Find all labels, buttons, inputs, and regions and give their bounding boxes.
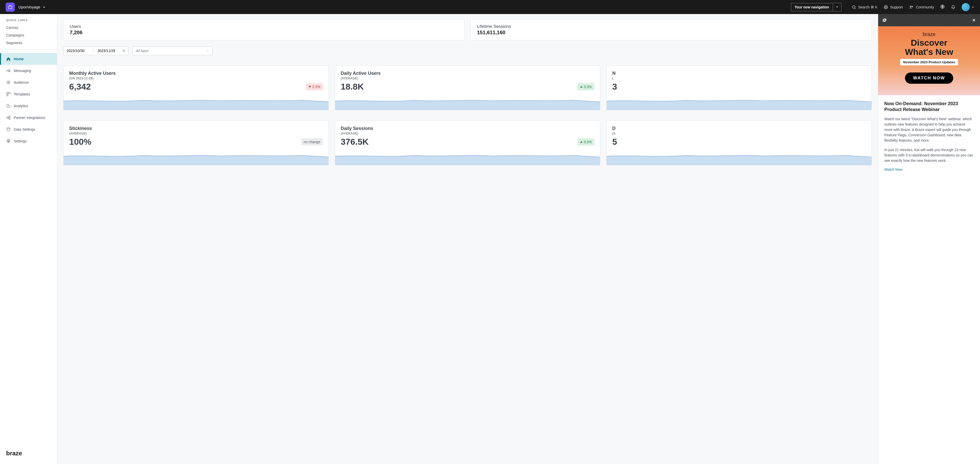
sparkline (335, 150, 600, 165)
stat-card-lifetime-sessions: Lifetime Sessions 151,611,160 (471, 19, 872, 40)
svg-point-15 (7, 128, 10, 129)
svg-point-2 (884, 5, 888, 9)
sidebar-divider (0, 50, 57, 50)
chevron-down-icon (971, 6, 974, 9)
date-to-input[interactable] (97, 49, 119, 53)
svg-point-8 (7, 81, 10, 84)
panel-title: Now On-Demand: November 2023 Product Rel… (884, 101, 974, 113)
nav-home[interactable]: Home (0, 53, 57, 65)
promo-headline: Discover What's New (905, 38, 953, 56)
svg-point-4 (910, 6, 912, 7)
metric-value: 18.8K (341, 82, 364, 92)
news-panel: braze Discover What's New November 2023 … (878, 14, 980, 464)
metric-card: Daily Sessions(AVERAGE)376.5K3.3% (335, 121, 600, 165)
workspace-name: UponVoyage (18, 5, 40, 9)
svg-rect-9 (6, 92, 8, 94)
quick-link-segments[interactable]: Segments (0, 39, 57, 47)
svg-rect-11 (6, 95, 8, 96)
nav-data-settings[interactable]: Data Settings (0, 124, 57, 135)
stat-label: Lifetime Sessions (477, 24, 865, 29)
metric-subtitle: (AVERAGE) (69, 132, 323, 135)
sparkline (335, 95, 600, 110)
chevron-down-icon (835, 5, 838, 8)
audience-icon (6, 80, 11, 85)
nav-templates[interactable]: Templates (0, 88, 57, 100)
delta-badge: 2.2% (306, 83, 323, 91)
quick-link-canvas[interactable]: Canvas (0, 24, 57, 32)
briefcase-icon (8, 5, 13, 10)
metric-card: Daily Active Users(AVERAGE)18.8K3.3% (335, 65, 600, 110)
nav-analytics[interactable]: Analytics (0, 100, 57, 112)
metric-value: 6,342 (69, 82, 91, 92)
metric-subtitle: ( (612, 76, 866, 80)
home-icon (6, 57, 11, 61)
metric-subtitle: (AVERAGE) (341, 76, 594, 80)
nav-audience[interactable]: Audience (0, 76, 57, 88)
svg-point-7 (8, 82, 9, 83)
stat-value: 151,611,160 (477, 30, 865, 35)
calendar-icon (123, 49, 125, 52)
search-button[interactable]: Search ⌘ K (852, 5, 877, 10)
metric-title: D (612, 126, 866, 131)
date-from-input[interactable] (67, 49, 88, 53)
life-ring-icon (883, 5, 888, 10)
metric-subtitle: (AVERAGE) (341, 132, 594, 135)
main-content: Users 7,206 Lifetime Sessions 151,611,16… (57, 14, 878, 464)
avatar (962, 3, 970, 11)
workspace-selector[interactable]: UponVoyage (18, 5, 46, 9)
profile-menu[interactable] (962, 3, 974, 11)
promo-brand: braze (923, 32, 935, 37)
metric-value: 376.5K (341, 137, 369, 147)
triangle-up-icon (580, 141, 583, 143)
panel-paragraph: Watch our latest "Discover What's New" w… (884, 116, 974, 143)
nav-settings[interactable]: Settings (0, 135, 57, 147)
metric-subtitle: (A (612, 132, 866, 135)
search-icon (852, 5, 856, 10)
sparkline (607, 95, 872, 110)
arrow-right-icon (92, 49, 94, 52)
svg-rect-14 (9, 118, 10, 119)
bell-icon (951, 4, 956, 9)
chart-icon (6, 103, 11, 108)
quick-links-header: QUICK LINKS (0, 19, 57, 24)
metric-card: N(3 (606, 65, 872, 110)
svg-rect-12 (6, 117, 8, 118)
chevron-down-icon (42, 5, 46, 9)
panel-paragraph: In just 21 minutes, Kai will walk you th… (884, 147, 974, 163)
svg-text:braze: braze (6, 450, 22, 457)
triangle-down-icon (309, 86, 311, 87)
svg-rect-0 (8, 6, 12, 9)
workspace-logo (6, 3, 15, 12)
watch-now-button[interactable]: WATCH NOW (905, 73, 953, 84)
tour-navigation-button[interactable]: Tour new navigation (791, 3, 833, 11)
quick-link-campaigns[interactable]: Campaigns (0, 32, 57, 39)
gear-icon (6, 139, 11, 143)
svg-point-3 (885, 6, 886, 8)
watch-now-link[interactable]: Watch Now (884, 167, 974, 172)
tour-navigation-dropdown[interactable] (833, 3, 842, 11)
stat-card-users: Users 7,206 (63, 19, 465, 40)
metric-title: Daily Active Users (341, 71, 594, 76)
metric-card: Stickiness(AVERAGE)100%no change (63, 121, 329, 165)
sidebar: QUICK LINKS Canvas Campaigns Segments Ho… (0, 14, 57, 464)
stat-label: Users (70, 24, 458, 29)
delta-badge: 3.3% (578, 83, 594, 91)
close-icon[interactable] (972, 18, 976, 22)
svg-point-16 (8, 141, 9, 142)
sparkline (64, 95, 328, 110)
nav-partner-integrations[interactable]: Partner Integrations (0, 112, 57, 124)
svg-point-1 (853, 6, 855, 8)
svg-point-5 (912, 6, 913, 7)
notifications-button[interactable] (951, 4, 956, 10)
language-button[interactable] (940, 4, 945, 10)
community-link[interactable]: Community (909, 5, 934, 10)
refresh-icon[interactable] (882, 18, 887, 22)
app-selector[interactable]: All Apps (132, 46, 213, 55)
date-range-picker[interactable] (63, 46, 128, 55)
integrations-icon (6, 115, 11, 120)
top-navigation: UponVoyage Tour new navigation Search ⌘ … (0, 0, 980, 14)
sparkline (607, 150, 872, 165)
delta-badge: 3.3% (578, 138, 594, 146)
nav-messaging[interactable]: Messaging (0, 65, 57, 76)
support-link[interactable]: Support (883, 5, 903, 10)
